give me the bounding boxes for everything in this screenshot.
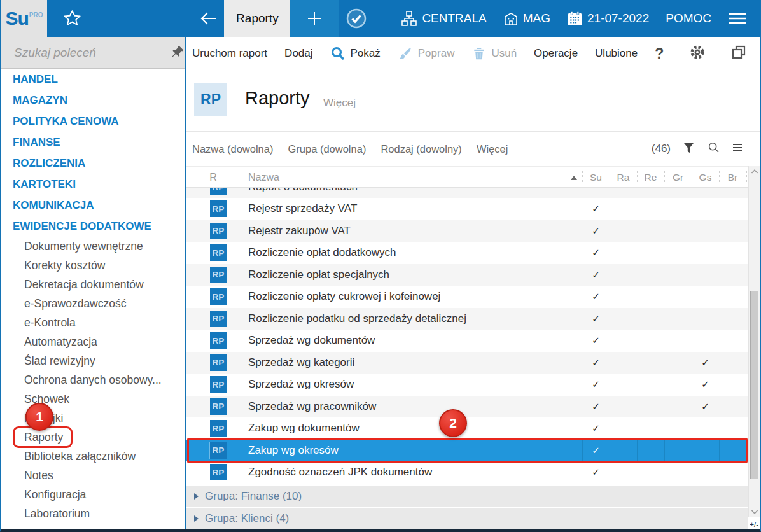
filter-kind[interactable]: Rodzaj (dowolny) [380, 143, 461, 155]
scroll-up-icon[interactable] [749, 169, 760, 174]
sidebar-item-konfiguracja[interactable]: Konfiguracja [1, 485, 185, 504]
table-row[interactable]: RP Zakup wg dokumentów ✓ [186, 417, 748, 440]
show-button[interactable]: Pokaż [330, 46, 380, 61]
filter-more[interactable]: Więcej [477, 143, 508, 155]
sidebar-item-rozliczenia[interactable]: ROZLICZENIA [1, 153, 185, 174]
expand-triangle-icon [194, 515, 199, 522]
column-header-gs[interactable]: Gs [692, 167, 719, 188]
group-row-finanse[interactable]: Grupa: Finanse (10) [186, 486, 748, 507]
filter-name[interactable]: Nazwa (dowolna) [192, 143, 273, 155]
report-name: Rozliczenie opłat specjalnych [248, 269, 389, 281]
hamburger-menu-icon[interactable] [728, 11, 747, 26]
run-report-button[interactable]: Uruchom raport [192, 47, 267, 60]
expand-collapse-all[interactable]: +/- [750, 521, 758, 528]
favorites-menu[interactable]: Ulubione [595, 47, 638, 60]
table-row[interactable]: RP Rozliczenie opłaty cukrowej i kofeino… [186, 286, 748, 308]
column-header-gr[interactable]: Gr [664, 167, 692, 188]
warehouse-selector[interactable]: MAG [503, 11, 550, 26]
sidebar-item-ochrona-danych[interactable]: Ochrona danych osobowy... [1, 370, 185, 389]
sidebar-item-label: e-Kontrola [24, 316, 76, 330]
check-gs: ✓ [692, 357, 719, 368]
table-row[interactable]: RP Rejestr sprzedaży VAT ✓ [186, 198, 748, 220]
sidebar-item-label: Schowek [24, 393, 69, 406]
column-header-r[interactable]: R [204, 167, 222, 188]
table-row-clipped[interactable]: RP Raport o dokumentach [186, 188, 748, 198]
sidebar-item-kartoteki[interactable]: KARTOTEKI [1, 174, 185, 195]
report-name: Rozliczenie opłat dodatkowych [248, 246, 396, 259]
sidebar-item-automatyzacja[interactable]: Automatyzacja [1, 332, 185, 351]
tab-raporty[interactable]: Raporty [224, 0, 290, 37]
add-button[interactable]: Dodaj [284, 47, 312, 60]
table-row[interactable]: RP Rejestr zakupów VAT ✓ [186, 220, 748, 242]
sidebar-item-schowek[interactable]: Schowek [1, 389, 185, 409]
scroll-down-icon[interactable] [749, 509, 760, 515]
operations-label: Operacje [534, 47, 578, 60]
column-header-nazwa[interactable]: Nazwa [248, 167, 279, 188]
column-header-ra[interactable]: Ra [610, 167, 637, 188]
app-logo[interactable]: SuPRO [1, 0, 47, 37]
check-su: ✓ [582, 445, 610, 456]
sidebar-item-dekretacja-dokumentow[interactable]: Dekretacja dokumentów [1, 275, 185, 294]
sidebar-item-polityka-cenowa[interactable]: POLITYKA CENOWA [1, 111, 185, 132]
favorites-star-icon[interactable] [57, 0, 87, 37]
page-more-link[interactable]: Więcej [323, 97, 356, 109]
help-menu[interactable]: POMOC [666, 11, 711, 25]
table-row[interactable]: RP Rozliczenie podatku od sprzedaży deta… [186, 308, 748, 330]
sidebar-item-biblioteka-zalacznikow[interactable]: Biblioteka załączników [1, 447, 185, 466]
check-gs: ✓ [692, 401, 719, 412]
sidebar-item-slad-rewizyjny[interactable]: Ślad rewizyjny [1, 351, 185, 370]
table-row[interactable]: RP Sprzedaż wg okresów ✓ ✓ [186, 374, 748, 396]
table-row[interactable]: RP Sprzedaż wg kategorii ✓ ✓ [186, 352, 748, 374]
table-header: R Nazwa Su Ra Re Gr Gs Br [186, 166, 748, 188]
delete-button[interactable]: Usuń [471, 46, 517, 61]
search-input[interactable] [13, 45, 171, 60]
topbar: SuPRO Raporty CENTRALA MAG 21-07 [1, 0, 760, 37]
table-row[interactable]: RP Rozliczenie opłat specjalnych ✓ [186, 264, 748, 286]
detach-window-icon[interactable] [731, 45, 746, 63]
filter-group[interactable]: Grupa (dowolna) [288, 143, 366, 155]
pin-icon[interactable] [171, 45, 185, 60]
edit-button[interactable]: Popraw [398, 46, 455, 61]
report-type-icon: RP [210, 200, 227, 217]
operations-menu[interactable]: Operacje [534, 47, 578, 60]
column-header-re[interactable]: Re [637, 167, 664, 188]
new-tab-button[interactable] [290, 0, 339, 37]
sidebar-item-korekty-kosztow[interactable]: Korekty kosztów [1, 256, 185, 275]
filter-tools: (46) [652, 141, 743, 157]
sidebar-item-label: Ochrona danych osobowy... [24, 374, 162, 387]
table-row[interactable]: RP Zgodność oznaczeń JPK dokumentów ✓ [186, 461, 748, 484]
table-row-selected[interactable]: RP Zakup wg okresów ✓ [186, 440, 748, 462]
table-row[interactable]: RP Sprzedaż wg dokumentów ✓ [186, 330, 748, 352]
column-header-su[interactable]: Su [582, 167, 610, 188]
sidebar-item-label: Dokumenty wewnętrzne [24, 240, 143, 253]
help-button[interactable]: ? [655, 45, 664, 62]
sidebar-item-dokumenty-wewnetrzne[interactable]: Dokumenty wewnętrzne [1, 237, 185, 256]
sidebar-item-handel[interactable]: HANDEL [1, 69, 185, 90]
vertical-scrollbar[interactable] [748, 166, 760, 517]
scrollbar-thumb[interactable] [750, 291, 758, 479]
sidebar-item-ewidencje-dodatkowe[interactable]: EWIDENCJE DODATKOWE [1, 216, 185, 237]
sidebar-item-finanse[interactable]: FINANSE [1, 132, 185, 153]
sidebar-item-notes[interactable]: Notes [1, 466, 185, 485]
sidebar-item-raporty[interactable]: Raporty [1, 428, 185, 447]
sidebar-item-laboratorium[interactable]: Laboratorium [1, 504, 185, 523]
sidebar-item-e-sprawozdawczosc[interactable]: e-Sprawozdawczość [1, 294, 185, 313]
sidebar-item-e-kontrola[interactable]: e-Kontrola [1, 313, 185, 332]
tasks-status-icon[interactable] [339, 0, 374, 37]
company-selector[interactable]: CENTRALA [401, 10, 486, 27]
back-arrow-icon[interactable] [192, 0, 224, 37]
sidebar-item-magazyn[interactable]: MAGAZYN [1, 90, 185, 111]
table-row[interactable]: RP Sprzedaż wg pracowników ✓ ✓ [186, 396, 748, 418]
filter-funnel-icon[interactable] [682, 141, 695, 157]
report-type-icon: RP [210, 332, 227, 349]
group-row-klienci[interactable]: Grupa: Klienci (4) [186, 508, 748, 529]
report-type-icon: RP [210, 464, 227, 480]
sidebar-item-komunikacja[interactable]: KOMUNIKACJA [1, 195, 185, 216]
date-selector[interactable]: 21-07-2022 [567, 11, 649, 27]
table-row[interactable]: RP Rozliczenie opłat dodatkowych ✓ [186, 242, 748, 264]
settings-gear-icon[interactable] [689, 44, 706, 64]
add-label: Dodaj [284, 47, 312, 60]
list-options-icon[interactable] [732, 143, 743, 155]
search-icon[interactable] [707, 141, 721, 157]
column-header-br[interactable]: Br [719, 167, 746, 188]
